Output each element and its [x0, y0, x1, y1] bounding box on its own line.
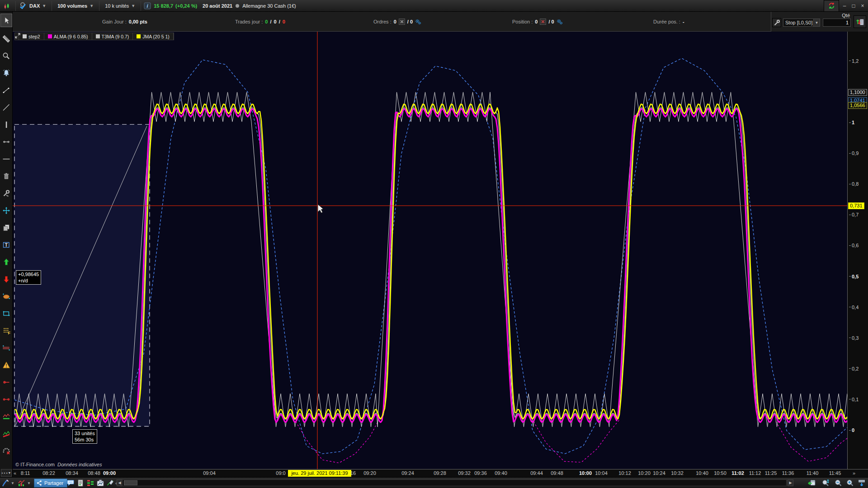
tool-backtest-up-icon[interactable] — [1, 411, 12, 422]
scroll-back-arrow[interactable]: « — [14, 470, 16, 476]
screenshot-icon[interactable] — [96, 479, 105, 488]
top-toolbar: DAX▼ 100 volumes▼ 10 k unités▼ i 15 828,… — [0, 0, 868, 12]
time-tick: 11:45 — [829, 470, 841, 476]
fit-vertical-zoom-icon[interactable] — [821, 479, 830, 488]
buy-sell-ticket-icon[interactable] — [854, 15, 866, 28]
tool-warning-icon[interactable]: ! — [1, 360, 12, 371]
magenta-dashed-curve — [776, 422, 847, 462]
sync-button[interactable] — [824, 0, 839, 12]
time-tick: 10:40 — [696, 470, 708, 476]
detach-chart-icon[interactable] — [106, 479, 115, 488]
draw-mode-pencil-icon[interactable] — [1, 479, 10, 488]
goto-date-calendar-icon[interactable] — [807, 479, 816, 488]
positions-list-icon[interactable] — [86, 479, 95, 488]
window-minimize-button[interactable]: – — [841, 2, 848, 10]
axis-options-button[interactable]: • • •▼ — [1, 469, 12, 477]
orders-settings-gears-icon[interactable] — [415, 19, 421, 25]
tool-buy-arrow-icon[interactable] — [1, 257, 12, 267]
report-document-icon[interactable] — [76, 479, 85, 488]
trades-neutral: 0 — [274, 19, 277, 24]
separator — [141, 1, 141, 11]
time-tick: 09:44 — [530, 470, 543, 476]
tool-gauge-disable-icon[interactable] — [1, 446, 12, 456]
zoom-in-icon[interactable] — [845, 479, 854, 488]
periodicity-selector[interactable]: 100 volumes▼ — [55, 3, 96, 9]
tool-ellipse-icon[interactable] — [1, 291, 12, 302]
scroll-forward-arrow[interactable]: » — [853, 470, 855, 476]
price-tick: 1 — [849, 120, 854, 125]
legend-item-step2[interactable]: step2 — [19, 33, 44, 40]
tool-duplicate-icon[interactable] — [1, 222, 12, 233]
candlestick-icon[interactable] — [4, 3, 10, 9]
time-tick: 09:40 — [495, 470, 507, 476]
close-position-icon[interactable] — [540, 19, 546, 25]
tool-ruler-icon[interactable] — [1, 33, 12, 44]
instrument-name: Allemagne 30 Cash (1€) — [240, 3, 299, 9]
orders-field: Ordres : 0 / 0 — [373, 12, 421, 32]
legend-item-jma[interactable]: JMA (20 5 1) — [133, 33, 174, 40]
cancel-orders-icon[interactable] — [399, 19, 405, 25]
magnet-check-icon[interactable] — [19, 2, 27, 10]
tool-trash-icon[interactable] — [1, 171, 12, 182]
order-settings-wrench-icon[interactable] — [772, 18, 781, 27]
tool-horizontal-segment-icon[interactable] — [1, 136, 12, 147]
tool-zoom-icon[interactable] — [1, 51, 12, 61]
time-tick: 09:48 — [551, 470, 563, 476]
legend-swatch — [137, 34, 141, 38]
chat-icon[interactable] — [66, 479, 75, 488]
share-button[interactable]: Partager — [34, 479, 67, 488]
tool-sell-arrow-icon[interactable] — [1, 274, 12, 285]
chart-scrollbar[interactable] — [122, 479, 787, 486]
tool-vertical-line-icon[interactable] — [1, 119, 12, 130]
tool-move-icon[interactable] — [1, 205, 12, 216]
chevron-down-icon[interactable]: ▼ — [11, 481, 15, 485]
tool-rectangle-icon[interactable] — [1, 308, 12, 319]
position-field: Position : 0 / 0 — [512, 12, 563, 32]
drawing-price-tooltip: +0,98645+n/d — [16, 270, 41, 285]
tool-fibonacci-icon[interactable]: F — [1, 325, 12, 336]
info-icon[interactable]: i — [144, 2, 151, 9]
scrollbar-thumb[interactable] — [124, 480, 137, 485]
position-settings-gears-icon[interactable] — [557, 19, 563, 25]
legend-label: step2 — [28, 34, 40, 39]
zoom-out-icon[interactable] — [834, 479, 843, 488]
tool-settings-tools-icon[interactable] — [1, 188, 12, 199]
price-axis[interactable]: 1,210,90,80,70,60,50,40,30,20,101,10001,… — [847, 32, 868, 469]
tool-horizontal-line-icon[interactable] — [1, 154, 12, 164]
copyright-note: © IT-Finance.comDonnées indicatives — [15, 462, 102, 467]
tool-cursor-icon[interactable] — [0, 14, 12, 27]
quantity-label: Qté — [842, 13, 850, 18]
stop-strategy-select[interactable]: Stop [L0,S0] ▼ — [783, 19, 820, 27]
time-tick: 10:32 — [671, 470, 684, 476]
chevron-down-icon: ▼ — [90, 4, 94, 8]
time-tick: 10:00 — [579, 470, 592, 476]
time-tick: 11:36 — [782, 470, 794, 476]
tool-trend-line-icon[interactable] — [1, 102, 12, 113]
window-maximize-button[interactable]: □ — [850, 2, 857, 10]
column-settings-icon[interactable] — [857, 479, 866, 488]
legend-item-alma[interactable]: ALMA (9 6 0.85) — [44, 33, 92, 40]
chart-style-icon[interactable] — [17, 479, 26, 488]
symbol-selector[interactable]: DAX▼ — [27, 3, 49, 9]
price-plot[interactable] — [13, 32, 847, 469]
price-tick: 0,3 — [849, 335, 859, 341]
chart-area[interactable]: step2ALMA (9 6 0.85)T3MA (9 0.7)JMA (20 … — [13, 32, 847, 469]
last-price: 15 828,7(+0,24 %) — [151, 3, 200, 9]
tool-backtest-down-icon[interactable] — [1, 428, 12, 439]
legend-item-t3ma[interactable]: T3MA (9 0.7) — [92, 33, 133, 40]
window-close-button[interactable]: × — [859, 2, 866, 10]
tool-text-box-icon[interactable]: T — [1, 239, 12, 250]
quantity-input[interactable] — [823, 19, 851, 27]
scroll-right-button[interactable]: ▶ — [788, 479, 793, 486]
legend-expand-icon[interactable] — [15, 33, 19, 40]
tool-range-bar-icon[interactable] — [1, 343, 12, 353]
time-axis[interactable]: «8:1108:2208:3408:4809:0009:0409:01609:2… — [13, 469, 868, 477]
time-tick: 10:04 — [595, 470, 608, 476]
tool-segment-icon[interactable] — [1, 85, 12, 96]
tool-stop-line-icon[interactable] — [1, 377, 12, 388]
tool-alert-bell-icon[interactable] — [1, 68, 12, 79]
tool-red-segment-icon[interactable] — [1, 394, 12, 405]
chevron-down-icon[interactable]: ▼ — [27, 481, 32, 485]
order-entry-panel: Stop [L0,S0] ▼ Qté — [771, 12, 868, 32]
units-selector[interactable]: 10 k unités▼ — [102, 3, 138, 9]
